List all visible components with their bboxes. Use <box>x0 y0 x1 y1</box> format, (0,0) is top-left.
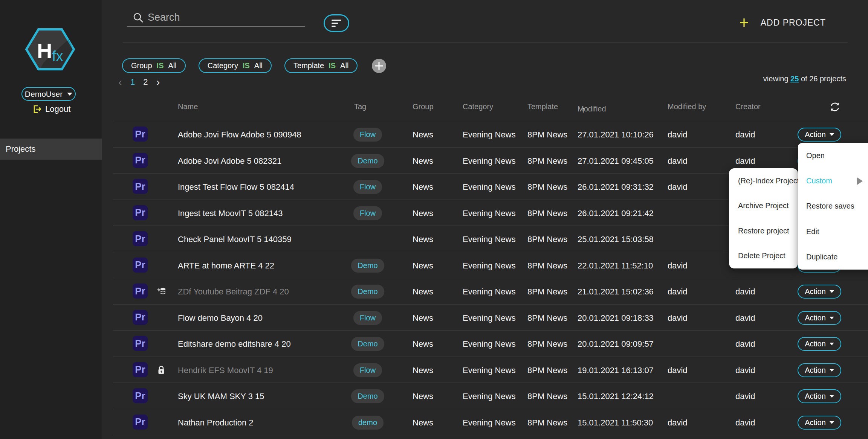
logout-label: Logout <box>45 104 70 114</box>
svg-text:H: H <box>37 39 52 62</box>
search-input[interactable] <box>148 10 303 25</box>
filter-chip-template[interactable]: Template IS All <box>284 58 358 73</box>
tag-badge: Flow <box>353 128 382 142</box>
modified-cell: 15.01.2021 12:24:12 <box>578 392 654 401</box>
premiere-icon: Pr <box>133 284 148 299</box>
modified-cell: 27.01.2021 10:10:26 <box>578 130 654 140</box>
action-button[interactable]: Action <box>798 285 841 299</box>
custom-submenu: (Re)-Index Project Archive Project Resto… <box>729 168 798 268</box>
viewing-count-link[interactable]: 25 <box>790 75 799 83</box>
template-cell: 8PM News <box>527 261 567 271</box>
group-cell: News <box>413 339 433 349</box>
template-cell: 8PM News <box>527 392 567 401</box>
filter-chip-group[interactable]: Group IS All <box>122 58 186 73</box>
add-filter-button[interactable] <box>372 59 386 73</box>
header-template[interactable]: Template <box>527 102 558 111</box>
modified-cell: 20.01.2021 09:18:33 <box>578 313 654 323</box>
chevron-down-icon <box>830 317 834 319</box>
svg-text:fx: fx <box>52 48 63 64</box>
modified-cell: 26.01.2021 09:21:42 <box>578 209 654 218</box>
menu-item-restore-saves[interactable]: Restore saves <box>798 194 868 219</box>
chevron-down-icon <box>830 369 834 372</box>
table-header: Name Tag Group Category Template Modifie… <box>113 100 868 114</box>
category-cell: Evening News <box>463 339 516 349</box>
template-cell: 8PM News <box>527 366 567 375</box>
menu-item-custom[interactable]: Custom <box>798 168 868 194</box>
action-button[interactable]: Action <box>798 311 841 325</box>
template-cell: 8PM News <box>527 209 567 218</box>
modified-by-cell: david <box>668 313 688 323</box>
group-cell: News <box>413 366 433 375</box>
template-cell: 8PM News <box>527 156 567 166</box>
group-cell: News <box>413 392 433 401</box>
menu-item-reindex-project[interactable]: (Re)-Index Project <box>729 168 798 194</box>
menu-item-archive-project[interactable]: Archive Project <box>729 194 798 219</box>
filter-sort-button[interactable] <box>324 14 349 32</box>
tag-badge: Flow <box>353 180 382 194</box>
user-menu-button[interactable]: DemoUser <box>21 87 76 101</box>
table-row[interactable]: Pr Nathan Production 2 demo <box>113 409 868 436</box>
category-cell: Evening News <box>463 156 516 166</box>
group-cell: News <box>413 418 433 428</box>
viewing-summary: viewing 25 of 26 projects <box>763 75 846 83</box>
modified-by-cell: david <box>668 287 688 297</box>
table-row[interactable]: Pr Flow demo Bayon 4 20 Flow <box>113 305 868 331</box>
filter-chip-bar: Group IS All Category IS All Template IS… <box>122 58 386 73</box>
menu-item-duplicate[interactable]: Duplicate <box>798 244 868 270</box>
chevron-down-icon <box>830 290 834 293</box>
tag-badge: Flow <box>353 363 382 377</box>
project-name: ZDf Youtube Beitrag ZDF 4 20 <box>178 287 289 297</box>
group-cell: News <box>413 209 433 218</box>
creator-cell: david <box>735 366 755 375</box>
table-row[interactable]: Pr Adobe Jovi Flow Adobe 5 09094 <box>113 121 868 148</box>
page-number-1[interactable]: 1 <box>130 77 135 87</box>
menu-item-delete-project[interactable]: Delete Project <box>729 244 798 269</box>
header-modified-by[interactable]: Modified by <box>668 102 706 111</box>
menu-item-restore-project[interactable]: Restore project <box>729 218 798 244</box>
modified-by-cell: david <box>668 182 688 192</box>
action-button[interactable]: Action <box>798 337 841 351</box>
modified-by-cell: david <box>668 366 688 375</box>
chevron-down-icon <box>830 421 834 424</box>
template-cell: 8PM News <box>527 182 567 192</box>
pagination: ‹ 1 2 › <box>118 77 160 87</box>
header-category[interactable]: Category <box>463 102 493 111</box>
action-button[interactable]: Action <box>798 389 841 403</box>
category-cell: Evening News <box>463 392 516 401</box>
group-cell: News <box>413 130 433 140</box>
menu-item-edit[interactable]: Edit <box>798 219 868 244</box>
modified-cell: 27.01.2021 09:45:05 <box>578 156 654 166</box>
category-cell: Evening News <box>463 313 516 323</box>
tag-badge: Demo <box>351 389 384 403</box>
action-button[interactable]: Action <box>798 128 841 142</box>
page-next-icon[interactable]: › <box>156 78 160 86</box>
header-group[interactable]: Group <box>413 102 434 111</box>
group-cell: News <box>413 235 433 244</box>
project-name: Adobe Jovi Adobe 5 082321 <box>178 156 281 166</box>
sidebar-item-projects[interactable]: Projects <box>0 139 102 160</box>
logout-button[interactable]: Logout <box>33 104 70 114</box>
page-prev-icon[interactable]: ‹ <box>118 78 122 86</box>
filter-chip-category[interactable]: Category IS All <box>199 58 272 73</box>
group-cell: News <box>413 313 433 323</box>
creator-cell: david <box>735 392 755 401</box>
premiere-icon: Pr <box>133 258 148 273</box>
action-button[interactable]: Action <box>798 363 841 377</box>
header-creator[interactable]: Creator <box>735 102 761 111</box>
creator-cell: david <box>735 418 755 428</box>
table-row[interactable]: Pr ZDf Youtube Beitrag ZDF 4 20 <box>113 278 868 305</box>
menu-item-open[interactable]: Open <box>798 143 868 168</box>
header-name[interactable]: Name <box>178 102 198 111</box>
table-row[interactable]: Pr Hendrik EFS MoovIT 4 19 F <box>113 357 868 383</box>
modified-cell: 26.01.2021 09:31:32 <box>578 182 654 192</box>
page-number-2[interactable]: 2 <box>143 77 148 87</box>
table-row[interactable]: Pr Editshare demo editshare 4 20 <box>113 331 868 357</box>
add-project-button[interactable]: ADD PROJECT <box>739 16 826 29</box>
creator-cell: david <box>735 156 755 166</box>
table-row[interactable]: Pr Sky UK MAM SKY 3 15 Demo <box>113 383 868 409</box>
header-tag[interactable]: Tag <box>354 102 366 111</box>
add-project-label: ADD PROJECT <box>761 18 826 28</box>
action-button[interactable]: Action <box>798 416 841 430</box>
sidebar: H fx DemoUser Logout Projects <box>0 0 102 439</box>
plus-icon <box>739 17 749 28</box>
